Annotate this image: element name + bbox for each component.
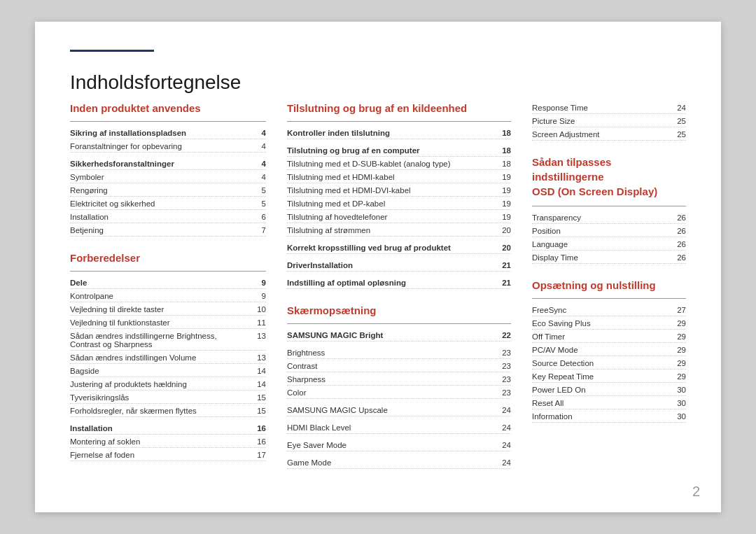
toc-item: Tilslutning med et HDMI-DVI-kabel19 [287, 185, 511, 197]
toc-item-label: Dele [70, 279, 253, 287]
toc-item-label: Installation [70, 424, 253, 433]
toc-item: Indstilling af optimal opløsning21 [287, 277, 511, 289]
toc-item: Installation16 [70, 423, 266, 435]
toc-item: Language26 [532, 239, 686, 251]
toc-item: Kontroller inden tilslutning18 [287, 127, 511, 139]
toc-item-label: Tilslutning med et DP-kabel [287, 199, 498, 208]
toc-item-num: 14 [253, 380, 266, 388]
toc-item-num: 19 [498, 199, 511, 208]
toc-list-skaerm: SAMSUNG MAGIC Bright22Brightness23Contra… [287, 330, 511, 469]
toc-item-label: Picture Size [532, 117, 673, 125]
toc-item: Bagside14 [70, 365, 266, 377]
toc-item-label: HDMI Black Level [287, 423, 498, 432]
toc-list-forberedelser: Dele9Kontrolpane9Vejledning til direkte … [70, 277, 266, 461]
toc-item-num: 26 [673, 253, 686, 262]
toc-item: Tilslutning og brug af en computer18 [287, 145, 511, 157]
toc-item: Foranstaltninger for opbevaring4 [70, 141, 266, 153]
section-forberedelser: Forberedelser Dele9Kontrolpane9Vejlednin… [70, 252, 266, 461]
section-divider-5 [532, 206, 686, 206]
toc-item-label: DriverInstallation [287, 261, 498, 269]
toc-item-label: Response Time [532, 104, 673, 112]
toc-item: DriverInstallation21 [287, 260, 511, 272]
section-reset: Opsætning og nulstilling FreeSync27Eco S… [532, 279, 686, 423]
section-divider-4 [287, 323, 511, 324]
toc-item: Kontrolpane9 [70, 290, 266, 302]
toc-item: Rengøring5 [70, 185, 266, 197]
toc-item-label: Contrast [287, 362, 498, 370]
toc-item: Justering af produktets hældning14 [70, 379, 266, 391]
toc-item: Vejledning til direkte taster10 [70, 304, 266, 316]
toc-item-label: Forholdsregler, når skærmen flyttes [70, 407, 253, 415]
toc-item-num: 5 [253, 199, 266, 208]
toc-item-num: 18 [498, 160, 511, 168]
toc-item-num: 20 [498, 244, 511, 252]
toc-item: Sådan ændres indstillingerne Brightness,… [70, 330, 266, 351]
toc-item-label: Installation [70, 213, 253, 221]
toc-list-inden: Sikring af installationspladsen4Foransta… [70, 127, 266, 237]
toc-item-num: 13 [253, 332, 266, 340]
toc-item-num: 4 [253, 142, 266, 150]
toc-item-label: Eye Saver Mode [287, 441, 498, 449]
toc-item: Elektricitet og sikkerhed5 [70, 198, 266, 210]
toc-item-num: 19 [498, 186, 511, 195]
toc-item-label: Foranstaltninger for opbevaring [70, 142, 253, 150]
toc-item: Power LED On30 [532, 384, 686, 396]
top-items-group: Response Time24Picture Size25Screen Adju… [532, 102, 686, 141]
toc-item-label: Rengøring [70, 186, 253, 195]
section-heading-osd: Sådan tilpasses indstillingerneOSD (On S… [532, 155, 686, 199]
toc-item: Tilslutning med et HDMI-kabel19 [287, 171, 511, 183]
toc-item-label: Indstilling af optimal opløsning [287, 279, 498, 287]
page-title: Indholdsfortegnelse [70, 71, 686, 97]
toc-item-num: 14 [253, 367, 266, 375]
toc-item: FreeSync27 [532, 304, 686, 316]
toc-item: Sikring af installationspladsen4 [70, 127, 266, 139]
toc-item-label: Betjening [70, 226, 253, 234]
toc-item-label: Power LED On [532, 386, 673, 394]
toc-item-num: 13 [253, 353, 266, 362]
toc-item: Forholdsregler, når skærmen flyttes15 [70, 405, 266, 417]
toc-item-num: 29 [673, 346, 686, 354]
toc-item: SAMSUNG MAGIC Bright22 [287, 330, 511, 342]
toc-item-num: 26 [673, 213, 686, 222]
toc-item-num: 24 [498, 441, 511, 449]
toc-item-label: Screen Adjustment [532, 130, 673, 139]
toc-item-num: 15 [253, 407, 266, 415]
toc-item: Response Time24 [532, 102, 686, 114]
toc-item-label: Tilslutning af hovedtelefoner [287, 213, 498, 221]
toc-item: Display Time26 [532, 252, 686, 264]
toc-item-num: 24 [498, 458, 511, 467]
title-underline [70, 50, 154, 52]
toc-item-label: Tilslutning med et D-SUB-kablet (analog … [287, 160, 498, 168]
toc-item-label: Justering af produktets hældning [70, 380, 253, 388]
toc-item: Key Repeat Time29 [532, 371, 686, 383]
toc-item-num: 23 [498, 349, 511, 357]
toc-item: Tyverisikringslås15 [70, 392, 266, 404]
toc-item-label: Vejledning til direkte taster [70, 305, 253, 314]
toc-item-label: Sikring af installationspladsen [70, 129, 253, 137]
toc-list-top: Response Time24Picture Size25Screen Adju… [532, 102, 686, 141]
toc-item-label: Key Repeat Time [532, 372, 673, 381]
toc-item-label: Language [532, 240, 673, 248]
toc-item: Korrekt kropsstilling ved brug af produk… [287, 242, 511, 254]
toc-item-label: FreeSync [532, 306, 673, 314]
toc-item: Position26 [532, 225, 686, 237]
column-1: Inden produktet anvendes Sikring af inst… [70, 102, 266, 484]
toc-item-num: 25 [673, 117, 686, 125]
toc-item: Vejledning til funktionstaster11 [70, 317, 266, 329]
toc-item-label: SAMSUNG MAGIC Bright [287, 331, 498, 339]
section-heading-skaerm: Skærmopsætning [287, 304, 511, 316]
toc-item-num: 29 [673, 359, 686, 367]
toc-item-label: Brightness [287, 349, 498, 357]
toc-item: Installation6 [70, 211, 266, 223]
section-heading-reset: Opsætning og nulstilling [532, 279, 686, 291]
page: Indholdsfortegnelse Inden produktet anve… [35, 22, 721, 512]
toc-item-num: 17 [253, 451, 266, 459]
toc-item-num: 11 [253, 318, 266, 327]
toc-item-label: Sharpness [287, 375, 498, 384]
toc-item-label: Montering af soklen [70, 437, 253, 446]
toc-item: HDMI Black Level24 [287, 422, 511, 434]
toc-item-label: Kontroller inden tilslutning [287, 129, 498, 137]
toc-item-label: Bagside [70, 367, 253, 375]
toc-item: Eco Saving Plus29 [532, 318, 686, 330]
section-divider [70, 121, 266, 122]
